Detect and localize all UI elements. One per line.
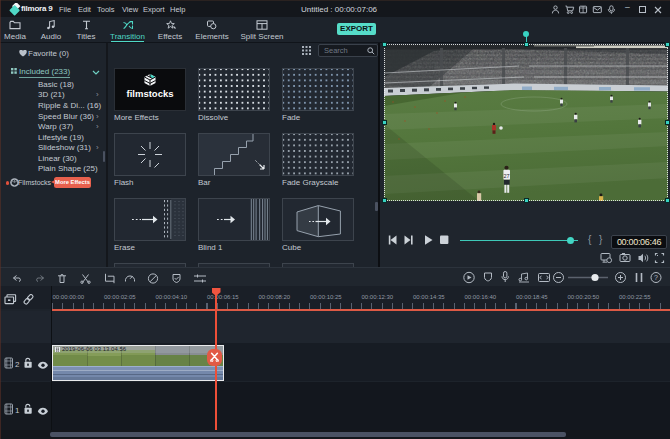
svg-text:?: ? <box>654 274 658 281</box>
svg-text:2: 2 <box>15 360 20 369</box>
svg-text:1: 1 <box>15 406 20 415</box>
